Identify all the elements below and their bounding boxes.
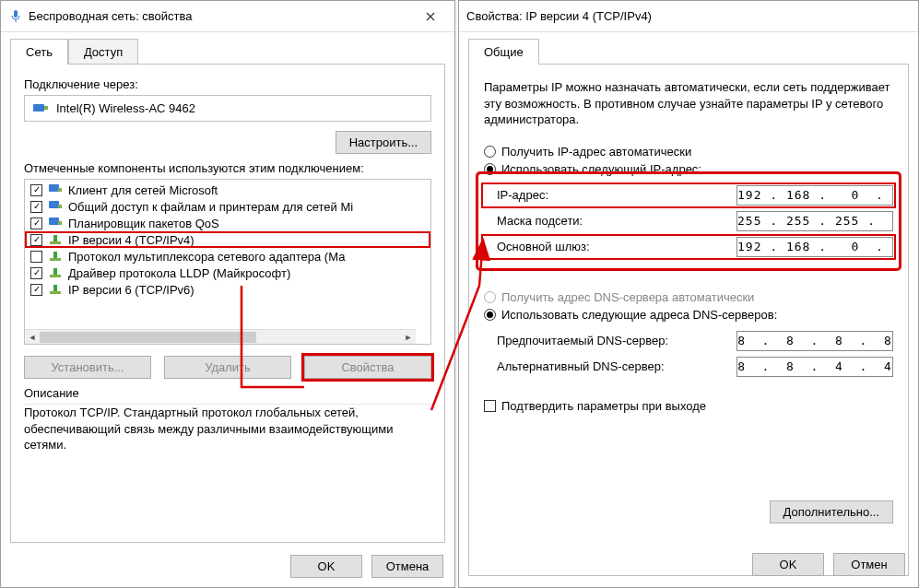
svg-rect-6 — [49, 201, 59, 208]
checkbox-icon[interactable] — [30, 267, 42, 279]
svg-rect-5 — [58, 188, 62, 192]
component-item[interactable]: Общий доступ к файлам и принтерам для се… — [25, 198, 430, 215]
ip-address-row: IP-адрес: — [484, 185, 893, 206]
component-item[interactable]: Клиент для сетей Microsoft — [25, 182, 430, 198]
tab-row: Общие — [459, 32, 918, 64]
gateway-row: Основной шлюз: — [484, 237, 893, 257]
svg-rect-13 — [53, 252, 57, 258]
svg-rect-9 — [58, 221, 62, 225]
properties-button[interactable]: Свойства — [304, 356, 431, 379]
radio-icon — [484, 146, 496, 158]
titlebar[interactable]: Беспроводная сеть: свойства — [1, 1, 454, 32]
install-button[interactable]: Установить... — [24, 356, 151, 379]
intro-text: Параметры IP можно назначать автоматичес… — [484, 79, 893, 128]
advanced-button[interactable]: Дополнительно... — [770, 500, 893, 523]
svg-rect-0 — [14, 10, 18, 18]
dns-alt-input[interactable] — [736, 357, 893, 377]
component-item[interactable]: Протокол мультиплексора сетевого адаптер… — [25, 248, 430, 265]
checkbox-icon[interactable] — [30, 184, 42, 196]
component-item[interactable]: Планировщик пакетов QoS — [25, 215, 430, 231]
tab-body-general: Параметры IP можно назначать автоматичес… — [468, 64, 909, 576]
component-item[interactable]: Драйвер протокола LLDP (Майкрософт) — [25, 265, 430, 281]
protocol-icon — [48, 265, 63, 280]
svg-rect-12 — [50, 258, 61, 261]
svg-rect-10 — [50, 241, 61, 244]
ok-button[interactable]: OK — [752, 553, 824, 576]
cancel-button[interactable]: Отмен — [833, 553, 905, 576]
component-label: Протокол мультиплексора сетевого адаптер… — [68, 250, 345, 264]
ip-auto-option[interactable]: Получить IP-адрес автоматически — [484, 145, 893, 159]
monitor-icon — [48, 182, 63, 197]
remove-button[interactable]: Удалить — [164, 356, 291, 379]
radio-icon — [484, 291, 496, 303]
scroll-right-icon[interactable]: ► — [401, 330, 416, 345]
titlebar[interactable]: Свойства: IP версии 4 (TCP/IPv4) — [459, 1, 918, 32]
components-label: Отмеченные компоненты используются этим … — [24, 161, 431, 175]
dns-auto-option[interactable]: Получить адрес DNS-сервера автоматически — [484, 290, 893, 304]
tab-network[interactable]: Сеть — [10, 39, 68, 65]
svg-rect-16 — [50, 291, 61, 294]
ip-fields-highlight: IP-адрес: Маска подсети: Основной шлюз: — [478, 174, 899, 268]
ip-address-label: IP-адрес: — [497, 188, 736, 202]
dns-manual-option[interactable]: Использовать следующие адреса DNS-сервер… — [484, 308, 893, 322]
confirm-on-exit[interactable]: Подтвердить параметры при выходе — [484, 399, 893, 413]
wireless-properties-window: Беспроводная сеть: свойства Сеть Доступ … — [0, 0, 455, 588]
protocol-icon — [48, 249, 63, 264]
dns-alt-label: Альтернативный DNS-сервер: — [497, 359, 736, 373]
dns-pref-label: Предпочитаемый DNS-сервер: — [497, 334, 736, 347]
scroll-thumb[interactable] — [40, 332, 256, 343]
description-text: Протокол TCP/IP. Стандартный протокол гл… — [24, 405, 431, 453]
gateway-label: Основной шлюз: — [497, 240, 736, 253]
svg-rect-4 — [49, 184, 59, 192]
component-item[interactable]: IP версии 4 (TCP/IPv4) — [25, 231, 430, 248]
connect-via-label: Подключение через: — [24, 77, 431, 91]
component-label: Клиент для сетей Microsoft — [68, 183, 218, 197]
protocol-icon — [48, 282, 63, 297]
checkbox-icon[interactable] — [30, 218, 42, 229]
subnet-mask-label: Маска подсети: — [497, 214, 736, 228]
radio-icon — [484, 163, 496, 175]
subnet-mask-input[interactable] — [736, 211, 893, 231]
ipv4-properties-window: Свойства: IP версии 4 (TCP/IPv4) Общие П… — [458, 0, 919, 588]
adapter-icon — [32, 102, 49, 115]
svg-rect-2 — [33, 104, 44, 112]
window-title: Беспроводная сеть: свойства — [29, 9, 193, 23]
radio-label: Получить IP-адрес автоматически — [501, 145, 691, 159]
component-label: IP версии 6 (TCP/IPv6) — [68, 283, 194, 297]
monitor-icon — [48, 199, 63, 214]
subnet-mask-row: Маска подсети: — [484, 211, 893, 231]
horizontal-scrollbar[interactable]: ◄ ► — [25, 329, 416, 344]
adapter-box[interactable]: Intel(R) Wireless-AC 9462 — [24, 95, 431, 122]
protocol-icon — [48, 232, 63, 247]
component-item[interactable]: IP версии 6 (TCP/IPv6) — [25, 281, 430, 298]
adapter-name: Intel(R) Wireless-AC 9462 — [56, 101, 195, 115]
scroll-left-icon[interactable]: ◄ — [25, 330, 40, 345]
monitor-icon — [48, 216, 63, 230]
checkbox-icon[interactable] — [30, 251, 42, 263]
checkbox-icon[interactable] — [30, 201, 42, 213]
svg-rect-14 — [50, 275, 61, 277]
checkbox-icon[interactable] — [30, 284, 42, 296]
checkbox-icon[interactable] — [30, 234, 42, 246]
mic-icon — [8, 9, 23, 24]
close-icon[interactable] — [414, 3, 447, 30]
checkbox-icon — [484, 400, 496, 412]
window-title: Свойства: IP версии 4 (TCP/IPv4) — [466, 9, 652, 23]
svg-rect-11 — [53, 235, 57, 241]
ok-button[interactable]: OK — [290, 555, 362, 578]
tab-general[interactable]: Общие — [468, 39, 539, 65]
components-listbox[interactable]: Клиент для сетей MicrosoftОбщий доступ к… — [24, 179, 431, 345]
radio-icon — [484, 309, 496, 321]
ip-address-input[interactable] — [736, 185, 893, 206]
description-heading: Описание — [24, 386, 431, 400]
cancel-button[interactable]: Отмена — [371, 555, 443, 578]
tab-access[interactable]: Доступ — [68, 39, 138, 65]
radio-label: Использовать следующие адреса DNS-сервер… — [501, 308, 777, 322]
confirm-label: Подтвердить параметры при выходе — [501, 399, 706, 413]
dns-pref-input[interactable] — [736, 331, 893, 351]
svg-rect-15 — [53, 268, 57, 275]
component-label: Общий доступ к файлам и принтерам для се… — [68, 200, 353, 214]
gateway-input[interactable] — [736, 237, 893, 257]
configure-button[interactable]: Настроить... — [336, 131, 431, 154]
tab-body-network: Подключение через: Intel(R) Wireless-AC … — [10, 64, 445, 543]
